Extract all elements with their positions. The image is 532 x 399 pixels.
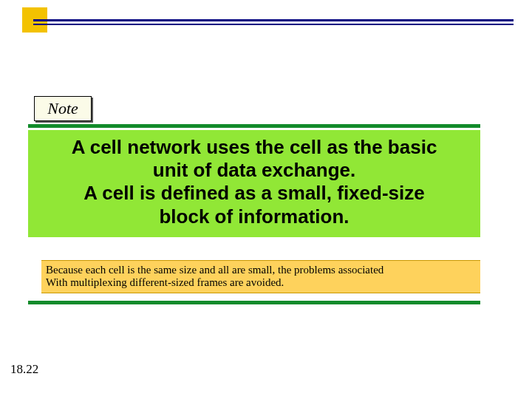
main-line-2: unit of data exchange. [33,159,476,182]
note-box: Note [34,96,92,121]
main-callout: A cell network uses the cell as the basi… [28,130,480,237]
rule-top [28,124,480,128]
main-line-4: block of information. [33,205,476,228]
main-line-3: A cell is defined as a small, fixed-size [33,182,476,205]
rule-bottom [28,301,480,304]
sub-line-1: Because each cell is the same size and a… [46,264,476,276]
page-number: 18.22 [10,362,38,377]
sub-line-2: With multiplexing different-sized frames… [46,276,476,289]
slide: Note A cell network uses the cell as the… [0,0,532,399]
main-line-1: A cell network uses the cell as the basi… [33,136,476,159]
note-label: Note [47,99,78,118]
sub-block: Because each cell is the same size and a… [41,260,480,293]
decor-lines [33,19,514,25]
